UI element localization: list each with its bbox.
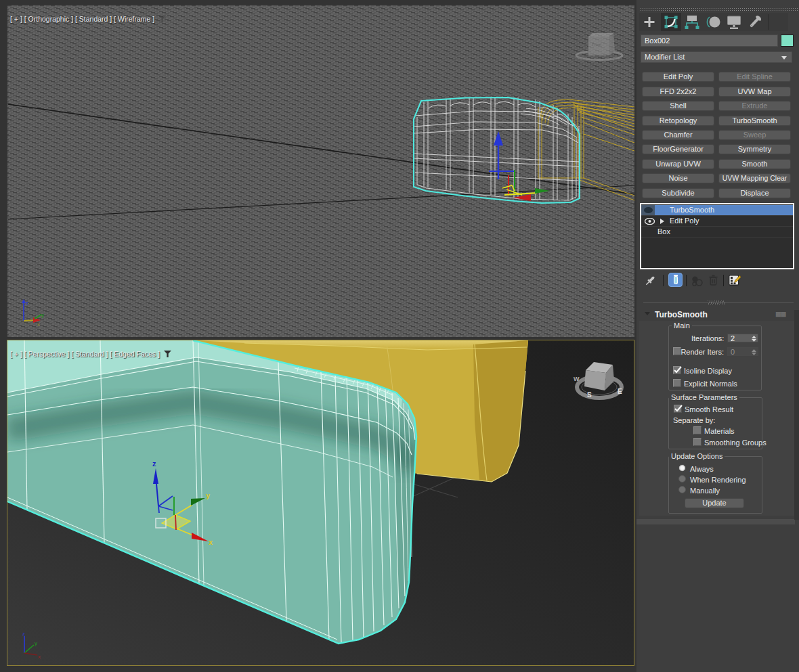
- svg-text:y: y: [206, 491, 211, 499]
- svg-text:z: z: [26, 300, 28, 306]
- svg-text:S: S: [587, 391, 592, 399]
- svg-text:y: y: [35, 640, 37, 646]
- svg-text:x: x: [37, 321, 40, 328]
- svg-text:y: y: [41, 312, 44, 318]
- svg-text:x: x: [38, 654, 41, 660]
- svg-text:z: z: [22, 631, 25, 637]
- svg-text:W: W: [574, 376, 580, 382]
- svg-text:x: x: [209, 538, 213, 546]
- svg-text:E: E: [618, 388, 622, 395]
- svg-text:Front: Front: [592, 43, 601, 47]
- svg-text:z: z: [152, 460, 156, 468]
